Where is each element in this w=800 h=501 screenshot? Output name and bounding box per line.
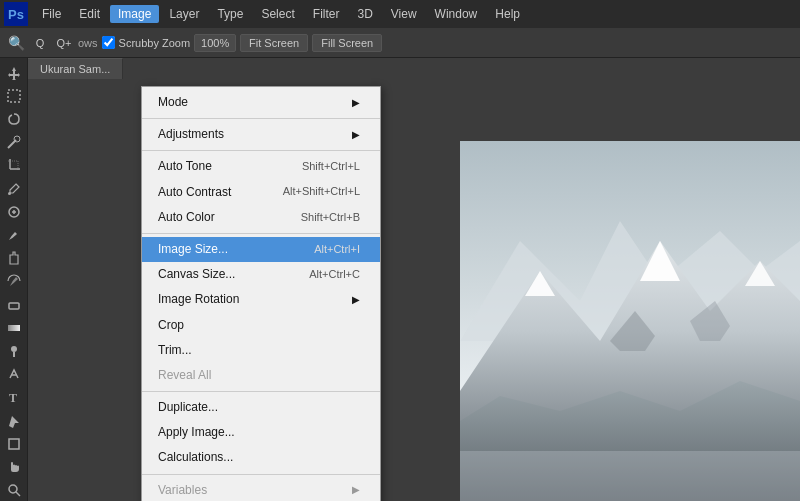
tool-path-selection[interactable] — [3, 410, 25, 431]
canvas-area — [460, 141, 800, 501]
windows-label: ows — [78, 37, 98, 49]
svg-rect-17 — [9, 439, 19, 449]
menu-item-reveal-all: Reveal All — [142, 363, 380, 388]
menu-file[interactable]: File — [34, 5, 69, 23]
menu-sep-2 — [142, 150, 380, 151]
menu-item-canvas-size[interactable]: Canvas Size... Alt+Ctrl+C — [142, 262, 380, 287]
menu-item-image-size[interactable]: Image Size... Alt+Ctrl+I — [142, 237, 380, 262]
left-toolbar: T — [0, 58, 28, 501]
menu-help[interactable]: Help — [487, 5, 528, 23]
menu-select[interactable]: Select — [253, 5, 302, 23]
svg-rect-29 — [460, 451, 800, 501]
svg-point-18 — [9, 485, 17, 493]
scrubby-zoom-label: Scrubby Zoom — [119, 37, 191, 49]
tool-zoom[interactable] — [3, 480, 25, 501]
tool-eyedropper[interactable] — [3, 178, 25, 199]
scrubby-zoom-container: Scrubby Zoom — [102, 36, 191, 49]
menu-item-image-rotation[interactable]: Image Rotation ▶ — [142, 287, 380, 312]
svg-rect-1 — [8, 90, 20, 102]
main-area: T Ukuran Sam... — [0, 58, 800, 501]
menu-view[interactable]: View — [383, 5, 425, 23]
menu-layer[interactable]: Layer — [161, 5, 207, 23]
svg-rect-12 — [9, 303, 19, 309]
menu-item-variables: Variables ▶ — [142, 478, 380, 501]
menu-3d[interactable]: 3D — [349, 5, 380, 23]
menu-item-adjustments[interactable]: Adjustments ▶ — [142, 122, 380, 147]
tool-pen[interactable] — [3, 364, 25, 385]
tool-magic-wand[interactable] — [3, 132, 25, 153]
tool-shape[interactable] — [3, 433, 25, 454]
zoom-percent-input[interactable]: 100% — [194, 34, 236, 52]
menu-item-auto-tone[interactable]: Auto Tone Shift+Ctrl+L — [142, 154, 380, 179]
menu-item-crop[interactable]: Crop — [142, 313, 380, 338]
menu-sep-3 — [142, 233, 380, 234]
menu-window[interactable]: Window — [427, 5, 486, 23]
tool-crop[interactable] — [3, 155, 25, 176]
svg-marker-0 — [8, 67, 20, 80]
tool-eraser[interactable] — [3, 294, 25, 315]
svg-point-14 — [11, 346, 17, 352]
svg-line-19 — [16, 492, 20, 496]
tool-brush[interactable] — [3, 224, 25, 245]
menu-item-auto-contrast[interactable]: Auto Contrast Alt+Shift+Ctrl+L — [142, 180, 380, 205]
scrubby-zoom-checkbox[interactable] — [102, 36, 115, 49]
tool-move[interactable] — [3, 62, 25, 83]
ps-logo: Ps — [4, 2, 28, 26]
menu-item-trim[interactable]: Trim... — [142, 338, 380, 363]
tool-dodge[interactable] — [3, 340, 25, 361]
svg-point-3 — [14, 136, 20, 142]
svg-text:T: T — [9, 391, 17, 404]
zoom-plus-icon[interactable]: Q+ — [54, 33, 74, 53]
menubar: Ps File Edit Image Layer Type Select Fil… — [0, 0, 800, 28]
tool-hand[interactable] — [3, 456, 25, 477]
menu-image[interactable]: Image — [110, 5, 159, 23]
tool-gradient[interactable] — [3, 317, 25, 338]
fill-screen-button[interactable]: Fill Screen — [312, 34, 382, 52]
menu-filter[interactable]: Filter — [305, 5, 348, 23]
image-dropdown-menu: Mode ▶ Adjustments ▶ Auto Tone Shift+Ctr… — [141, 86, 381, 501]
doc-area: Ukuran Sam... — [28, 58, 800, 501]
menu-sep-1 — [142, 118, 380, 119]
tool-marquee[interactable] — [3, 85, 25, 106]
menu-edit[interactable]: Edit — [71, 5, 108, 23]
zoom-tool-icon[interactable]: 🔍 — [6, 33, 26, 53]
canvas-image — [460, 141, 800, 501]
tool-history-brush[interactable] — [3, 271, 25, 292]
document-tab[interactable]: Ukuran Sam... — [28, 58, 123, 79]
tool-healing-brush[interactable] — [3, 201, 25, 222]
menu-item-duplicate[interactable]: Duplicate... — [142, 395, 380, 420]
svg-point-8 — [8, 192, 11, 195]
menu-item-auto-color[interactable]: Auto Color Shift+Ctrl+B — [142, 205, 380, 230]
tool-type[interactable]: T — [3, 387, 25, 408]
svg-rect-13 — [8, 325, 20, 331]
menu-sep-4 — [142, 391, 380, 392]
zoom-minus-icon[interactable]: Q — [30, 33, 50, 53]
menu-type[interactable]: Type — [209, 5, 251, 23]
toolbar-row: 🔍 Q Q+ ows Scrubby Zoom 100% Fit Screen … — [0, 28, 800, 58]
menu-sep-5 — [142, 474, 380, 475]
tool-clone-stamp[interactable] — [3, 248, 25, 269]
menu-item-apply-image[interactable]: Apply Image... — [142, 420, 380, 445]
menu-item-mode[interactable]: Mode ▶ — [142, 90, 380, 115]
fit-screen-button[interactable]: Fit Screen — [240, 34, 308, 52]
menu-item-calculations[interactable]: Calculations... — [142, 445, 380, 470]
tool-lasso[interactable] — [3, 108, 25, 129]
